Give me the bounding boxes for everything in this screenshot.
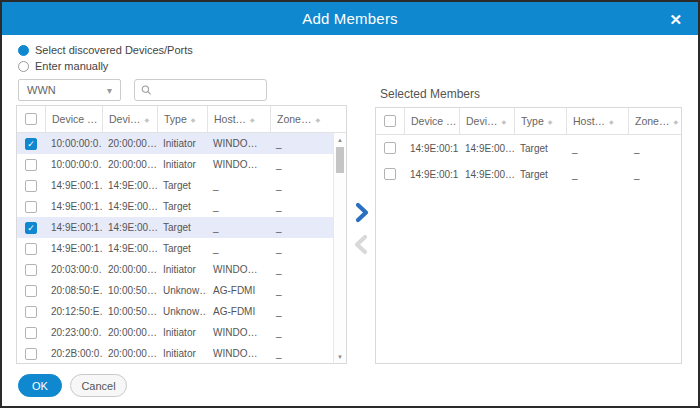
- table-row[interactable]: 20:08:50:E…10:00:50…Unknow…AG-FDMI_: [17, 280, 333, 301]
- table-header: Device …◆Devi…◆Type◆Host…◆Zone…◆: [376, 108, 681, 135]
- row-checkbox[interactable]: [25, 159, 37, 171]
- sort-icon[interactable]: ◆: [609, 118, 614, 125]
- column-label: Type: [164, 113, 187, 125]
- column-label: Zone…: [635, 115, 669, 127]
- table-row[interactable]: 14:9E:00:1…14:9E:00…Target__: [17, 196, 333, 217]
- select-all-checkbox[interactable]: [384, 115, 396, 127]
- table-cell: _: [628, 143, 681, 154]
- source-options: Select discovered Devices/Ports Enter ma…: [18, 44, 193, 76]
- column-header[interactable]: Zone…◆: [270, 106, 333, 132]
- checkbox-cell: [17, 180, 45, 192]
- table-cell: 14:9E:00:1…: [45, 201, 102, 212]
- table-cell: Unknow…: [157, 285, 207, 296]
- column-header[interactable]: Host…◆: [207, 106, 270, 132]
- row-checkbox[interactable]: [25, 285, 37, 297]
- sort-icon[interactable]: ◆: [548, 118, 553, 125]
- remove-selected-button[interactable]: [353, 234, 370, 255]
- table-row[interactable]: 14:9E:00:1…14:9E:00…Target__: [376, 161, 681, 187]
- column-header[interactable]: Type◆: [157, 106, 207, 132]
- radio-enter-manually[interactable]: Enter manually: [18, 60, 193, 72]
- row-checkbox[interactable]: [25, 201, 37, 213]
- chevron-down-icon: ▾: [107, 85, 112, 96]
- scroll-down-icon[interactable]: ▼: [334, 351, 346, 362]
- checkbox-cell: [17, 264, 45, 276]
- dialog-footer: OK Cancel: [18, 374, 127, 397]
- radio-unselected-icon[interactable]: [18, 61, 29, 72]
- sort-icon[interactable]: ◆: [250, 116, 255, 123]
- row-checkbox[interactable]: [25, 348, 37, 360]
- table-row[interactable]: 20:2B:00:0…20:00:00…InitiatorWINDO…_: [17, 343, 333, 364]
- table-cell: _: [270, 348, 333, 359]
- vertical-scrollbar[interactable]: ▲ ▼: [333, 133, 346, 363]
- search-box[interactable]: [134, 79, 267, 101]
- radio-select-discovered[interactable]: Select discovered Devices/Ports: [18, 44, 193, 56]
- column-header[interactable]: Devi…◆: [102, 106, 157, 132]
- column-header[interactable]: Host…◆: [566, 108, 628, 134]
- row-checkbox[interactable]: [25, 264, 37, 276]
- table-cell: 10:00:50…: [102, 285, 157, 296]
- row-checkbox[interactable]: [384, 142, 396, 154]
- row-checkbox[interactable]: [25, 306, 37, 318]
- table-cell: 20:2B:00:0…: [45, 348, 102, 359]
- column-header[interactable]: Zone…◆: [628, 108, 681, 134]
- table-cell: _: [270, 222, 333, 233]
- sort-icon[interactable]: ◆: [191, 116, 196, 123]
- table-row[interactable]: 20:03:00:0…20:00:00…InitiatorWINDO…_: [17, 259, 333, 280]
- column-header[interactable]: Device …◆: [404, 108, 459, 134]
- row-checkbox[interactable]: [25, 243, 37, 255]
- close-icon[interactable]: ✕: [669, 11, 682, 26]
- add-selected-button[interactable]: [353, 202, 370, 223]
- table-row[interactable]: 14:9E:00:1…14:9E:00…Target__: [17, 238, 333, 259]
- row-checkbox[interactable]: [25, 327, 37, 339]
- checkbox-cell: [17, 285, 45, 297]
- column-label: Devi…: [466, 115, 498, 127]
- select-all-checkbox[interactable]: [25, 113, 37, 125]
- table-cell: 10:00:50…: [102, 306, 157, 317]
- table-cell: _: [270, 306, 333, 317]
- scrollbar-thumb[interactable]: [336, 147, 344, 173]
- table-cell: _: [270, 243, 333, 254]
- table-row[interactable]: 14:9E:00:1…14:9E:00…Target__: [17, 175, 333, 196]
- table-cell: 20:00:00…: [102, 327, 157, 338]
- row-checkbox[interactable]: ✓: [25, 222, 37, 234]
- table-cell: Target: [157, 201, 207, 212]
- sort-icon[interactable]: ◆: [145, 116, 150, 123]
- table-cell: 20:00:00…: [102, 159, 157, 170]
- table-cell: _: [270, 264, 333, 275]
- sort-icon[interactable]: ◆: [502, 118, 507, 125]
- table-row[interactable]: 14:9E:00:1…14:9E:00…Target__: [376, 135, 681, 161]
- table-row[interactable]: 20:23:00:0…20:00:00…InitiatorWINDO…_: [17, 322, 333, 343]
- checkbox-cell: [376, 142, 404, 154]
- table-cell: 10:00:00:0…: [45, 159, 102, 170]
- column-header[interactable]: Type◆: [514, 108, 566, 134]
- cancel-button[interactable]: Cancel: [70, 374, 127, 397]
- table-cell: Target: [514, 169, 566, 180]
- ok-button[interactable]: OK: [18, 374, 62, 397]
- column-header[interactable]: Devi…◆: [459, 108, 514, 134]
- row-checkbox[interactable]: [25, 180, 37, 192]
- table-cell: _: [566, 143, 628, 154]
- row-checkbox[interactable]: ✓: [25, 138, 37, 150]
- table-row[interactable]: 10:00:00:0…20:00:00…InitiatorWINDO…_: [17, 154, 333, 175]
- column-label: Devi…: [109, 113, 141, 125]
- search-icon: [141, 84, 151, 96]
- column-label: Type: [521, 115, 544, 127]
- table-row[interactable]: ✓14:9E:00:1…14:9E:00…Target__: [17, 217, 333, 238]
- wwn-type-select[interactable]: WWN ▾: [18, 79, 121, 101]
- table-cell: Initiator: [157, 327, 207, 338]
- scroll-up-icon[interactable]: ▲: [334, 134, 346, 145]
- table-cell: 14:9E:00:1…: [45, 243, 102, 254]
- sort-icon[interactable]: ◆: [315, 116, 320, 123]
- search-input[interactable]: [156, 84, 260, 96]
- table-cell: 14:9E:00:1…: [404, 169, 459, 180]
- sort-icon[interactable]: ◆: [673, 118, 678, 125]
- row-checkbox[interactable]: [384, 168, 396, 180]
- selected-members-table: Device …◆Devi…◆Type◆Host…◆Zone…◆ 14:9E:0…: [375, 107, 682, 364]
- table-row[interactable]: ✓10:00:00:0…20:00:00…InitiatorWINDO…_: [17, 133, 333, 154]
- table-row[interactable]: 20:12:50:E…10:00:50…Unknow…AG-FDMI_: [17, 301, 333, 322]
- radio-selected-icon[interactable]: [18, 45, 29, 56]
- column-header[interactable]: Device …▲: [45, 106, 102, 132]
- table-cell: _: [270, 285, 333, 296]
- table-cell: _: [566, 169, 628, 180]
- table-cell: 20:08:50:E…: [45, 285, 102, 296]
